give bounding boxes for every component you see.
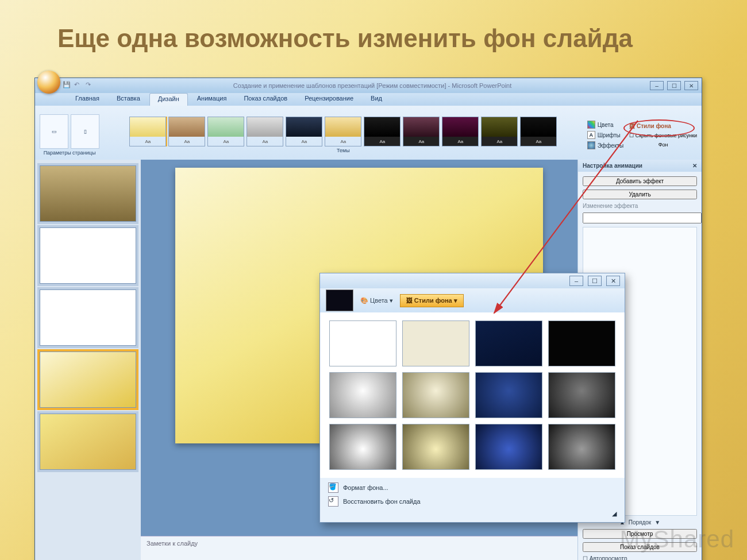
- ribbon: ▭ ▯ Параметры страницы AaAaAaAaAaAaAaAaA…: [35, 106, 702, 165]
- background-style-5[interactable]: [329, 372, 396, 418]
- titlebar: 💾 ↶ ↷ Создание и применение шаблонов пре…: [35, 78, 702, 93]
- tab-рецензирование[interactable]: Рецензирование: [297, 93, 361, 106]
- page-title: Еще одна возможность изменить фон слайда: [57, 24, 633, 53]
- theme-thumb-1[interactable]: Aa: [168, 117, 205, 146]
- group-page-setup: ▭ ▯ Параметры страницы: [40, 114, 99, 156]
- tab-дизайн[interactable]: Дизайн: [149, 93, 188, 106]
- format-background-button[interactable]: 🪣Формат фона...: [328, 482, 617, 493]
- slide-thumbnail-4[interactable]: [40, 352, 136, 408]
- tab-анимация[interactable]: Анимация: [189, 93, 235, 106]
- slide-thumbnail-1[interactable]: [40, 165, 136, 222]
- autoplay-checkbox[interactable]: ☐ Автопросмотр: [583, 555, 697, 560]
- popup-toolbar: 🎨 Цвета ▾ 🖼 Стили фона ▾: [320, 288, 625, 312]
- reorder-label: Порядок: [629, 519, 651, 526]
- reorder-down-icon[interactable]: ▼: [654, 519, 660, 526]
- background-style-1[interactable]: [329, 320, 396, 366]
- restore-background-icon: ↺: [328, 496, 338, 507]
- undo-icon[interactable]: ↶: [74, 81, 83, 90]
- popup-titlebar: – ☐ ✕: [320, 273, 625, 288]
- group-themes: AaAaAaAaAaAaAaAaAaAaAa Темы: [105, 117, 582, 153]
- popup-background-styles-button[interactable]: 🖼 Стили фона ▾: [400, 294, 464, 307]
- background-styles-popup: – ☐ ✕ 🎨 Цвета ▾ 🖼 Стили фона ▾ 🪣Формат ф…: [319, 273, 625, 523]
- minimize-button[interactable]: –: [650, 81, 664, 90]
- background-style-7[interactable]: [475, 372, 542, 418]
- background-style-11[interactable]: [475, 424, 542, 470]
- theme-thumb-3[interactable]: Aa: [247, 117, 283, 146]
- popup-restore-button[interactable]: ☐: [588, 276, 602, 286]
- theme-thumb-9[interactable]: Aa: [481, 117, 518, 146]
- theme-effects-button[interactable]: Эффекты: [587, 141, 623, 149]
- office-button[interactable]: [37, 71, 60, 94]
- theme-thumb-5[interactable]: Aa: [325, 117, 361, 146]
- group-background-label: Фон: [659, 142, 668, 148]
- popup-close-button[interactable]: ✕: [606, 276, 620, 286]
- watermark: MyShared: [620, 526, 734, 553]
- background-style-2[interactable]: [402, 320, 469, 366]
- background-style-6[interactable]: [402, 372, 469, 418]
- theme-thumb-8[interactable]: Aa: [442, 117, 479, 146]
- task-pane-header: Настройка анимации ✕: [578, 160, 702, 172]
- group-background: 🖼 Стили фона ☐ Скрыть фоновые рисунки Фо…: [629, 123, 697, 148]
- group-themes-label: Темы: [337, 148, 350, 153]
- background-styles-button[interactable]: 🖼 Стили фона: [629, 123, 697, 129]
- ribbon-tabs: ГлавнаяВставкаДизайнАнимацияПоказ слайдо…: [35, 93, 702, 106]
- popup-minimize-button[interactable]: –: [569, 276, 583, 286]
- group-page-setup-label: Параметры страницы: [44, 150, 96, 156]
- slide-thumbnail-5[interactable]: [40, 414, 136, 470]
- background-style-4[interactable]: [548, 320, 615, 366]
- remove-effect-button[interactable]: Удалить: [583, 190, 697, 199]
- notes-pane[interactable]: Заметки к слайду: [141, 536, 577, 560]
- resize-grip-icon[interactable]: ◢: [612, 510, 617, 517]
- popup-footer: 🪣Формат фона... ↺Восстановить фон слайда…: [320, 478, 625, 522]
- slide-thumbnails-panel: [35, 160, 141, 560]
- theme-thumb-6[interactable]: Aa: [364, 117, 401, 146]
- hide-background-checkbox[interactable]: ☐ Скрыть фоновые рисунки: [629, 133, 697, 138]
- task-pane-close-icon[interactable]: ✕: [692, 163, 697, 169]
- background-style-8[interactable]: [548, 372, 615, 418]
- popup-theme-thumb[interactable]: [326, 289, 353, 311]
- close-button[interactable]: ✕: [684, 81, 698, 90]
- tab-показ слайдов[interactable]: Показ слайдов: [236, 93, 295, 106]
- background-style-10[interactable]: [402, 424, 469, 470]
- maximize-button[interactable]: ☐: [667, 81, 681, 90]
- effect-start-select[interactable]: [583, 213, 702, 223]
- theme-thumb-2[interactable]: Aa: [207, 117, 244, 146]
- slide-orientation-button[interactable]: ▯: [71, 114, 99, 149]
- theme-thumb-10[interactable]: Aa: [520, 117, 557, 146]
- background-styles-grid: [320, 312, 625, 478]
- popup-colors-button[interactable]: 🎨 Цвета ▾: [360, 297, 393, 304]
- page-setup-button[interactable]: ▭: [40, 114, 68, 149]
- tab-главная[interactable]: Главная: [67, 93, 107, 106]
- redo-icon[interactable]: ↷: [86, 81, 95, 90]
- format-background-icon: 🪣: [328, 482, 338, 493]
- slide-thumbnail-3[interactable]: [40, 289, 136, 346]
- quick-access-toolbar: 💾 ↶ ↷: [63, 81, 95, 90]
- theme-colors-button[interactable]: Цвета: [587, 121, 623, 129]
- restore-background-button[interactable]: ↺Восстановить фон слайда: [328, 496, 617, 507]
- theme-fonts-button[interactable]: AШрифты: [587, 131, 623, 139]
- tab-вид[interactable]: Вид: [363, 93, 390, 106]
- tab-вставка[interactable]: Вставка: [109, 93, 148, 106]
- theme-thumb-7[interactable]: Aa: [403, 117, 440, 146]
- theme-thumb-4[interactable]: Aa: [286, 117, 322, 146]
- window-title: Создание и применение шаблонов презентац…: [95, 82, 650, 89]
- save-icon[interactable]: 💾: [63, 81, 72, 90]
- modify-effect-label: Изменение эффекта: [583, 203, 697, 209]
- add-effect-button[interactable]: Добавить эффект: [583, 176, 697, 186]
- theme-properties: Цвета AШрифты Эффекты: [587, 121, 623, 149]
- background-style-12[interactable]: [548, 424, 615, 470]
- background-style-9[interactable]: [329, 424, 396, 470]
- slide-thumbnail-2[interactable]: [40, 227, 136, 284]
- background-style-3[interactable]: [475, 320, 542, 366]
- theme-thumb-0[interactable]: Aa: [129, 117, 166, 146]
